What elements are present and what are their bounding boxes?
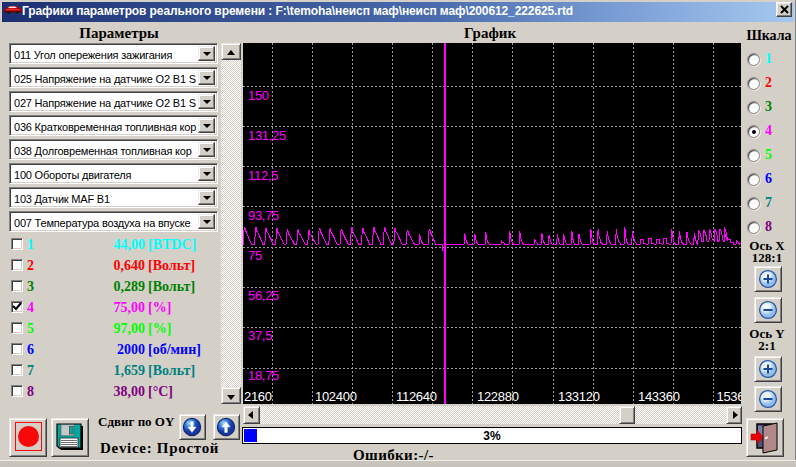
- svg-text:150: 150: [248, 88, 269, 103]
- svg-text:131,25: 131,25: [248, 128, 286, 143]
- svg-text:122880: 122880: [477, 389, 519, 404]
- svg-text:2160: 2160: [244, 389, 272, 404]
- svg-text:143360: 143360: [638, 389, 680, 404]
- svg-text:112,5: 112,5: [248, 168, 278, 183]
- svg-text:102400: 102400: [315, 389, 357, 404]
- svg-text:133120: 133120: [558, 389, 600, 404]
- svg-text:37,5: 37,5: [248, 328, 272, 343]
- svg-text:56,25: 56,25: [248, 288, 279, 303]
- svg-text:112640: 112640: [396, 389, 437, 404]
- svg-text:18,75: 18,75: [248, 368, 279, 383]
- svg-text:93,75: 93,75: [248, 208, 279, 223]
- svg-text:75: 75: [248, 248, 262, 263]
- svg-text:153600: 153600: [717, 389, 742, 404]
